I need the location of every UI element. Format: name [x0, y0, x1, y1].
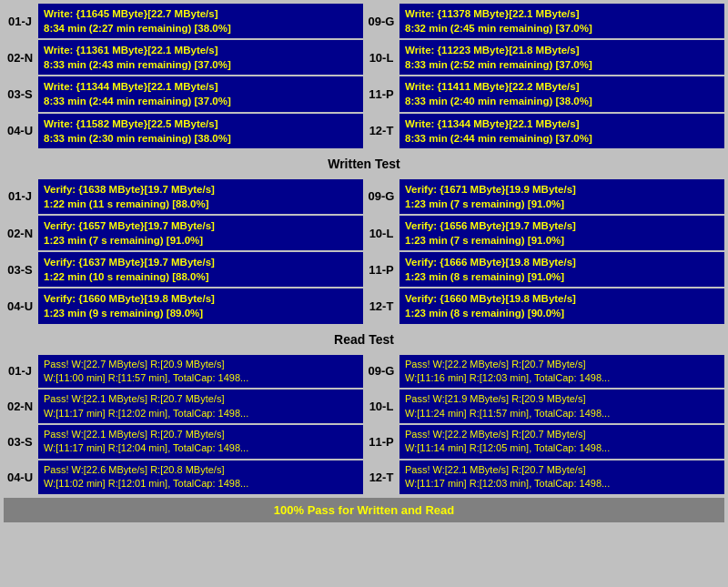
device-id-12t-read: 12-T — [365, 460, 398, 494]
device-id-01j-write: 01-J — [4, 4, 36, 38]
table-row: 02-N Write: {11361 MByte}[22.1 MByte/s] … — [4, 40, 363, 75]
read-grid: 01-J Pass! W:[22.7 MByte/s] R:[20.9 MByt… — [4, 355, 724, 494]
verify-line2-09g: 1:23 min (7 s remaining) [91.0%] — [405, 197, 719, 211]
device-info-02n-write: Write: {11361 MByte}[22.1 MByte/s] 8:33 … — [38, 40, 363, 75]
write-line1-02n: Write: {11361 MByte}[22.1 MByte/s] — [44, 43, 358, 57]
verify-line1-01j: Verify: {1638 MByte}[19.7 MByte/s] — [44, 182, 358, 197]
device-id-09g-verify: 09-G — [365, 179, 398, 214]
table-row: 11-P Write: {11411 MByte}[22.2 MByte/s] … — [365, 76, 724, 111]
read-line1-11p: Pass! W:[22.2 MByte/s] R:[20.7 MByte/s] — [405, 428, 719, 441]
verify-section: 01-J Verify: {1638 MByte}[19.7 MByte/s] … — [4, 179, 724, 324]
read-line1-02n: Pass! W:[22.1 MByte/s] R:[20.7 MByte/s] — [44, 392, 358, 406]
device-info-01j-verify: Verify: {1638 MByte}[19.7 MByte/s] 1:22 … — [38, 179, 363, 214]
verify-line2-01j: 1:22 min (11 s remaining) [88.0%] — [44, 197, 358, 211]
device-id-04u-write: 04-U — [4, 114, 36, 148]
write-section: 01-J Write: {11645 MByte}[22.7 MByte/s] … — [4, 4, 724, 148]
table-row: 03-S Pass! W:[22.1 MByte/s] R:[20.7 MByt… — [4, 425, 363, 459]
table-row: 03-S Verify: {1637 MByte}[19.7 MByte/s] … — [4, 252, 363, 287]
read-line1-10l: Pass! W:[21.9 MByte/s] R:[20.9 MByte/s] — [405, 392, 719, 406]
verify-right: 09-G Verify: {1671 MByte}[19.9 MByte/s] … — [365, 179, 724, 324]
table-row: 04-U Write: {11582 MByte}[22.5 MByte/s] … — [4, 114, 363, 148]
write-line2-02n: 8:33 min (2:43 min remaining) [37.0%] — [44, 57, 358, 72]
write-line1-03s: Write: {11344 MByte}[22.1 MByte/s] — [44, 79, 358, 94]
device-info-03s-verify: Verify: {1637 MByte}[19.7 MByte/s] 1:22 … — [38, 252, 363, 287]
table-row: 01-J Pass! W:[22.7 MByte/s] R:[20.9 MByt… — [4, 355, 363, 389]
device-info-02n-verify: Verify: {1657 MByte}[19.7 MByte/s] 1:23 … — [38, 216, 363, 250]
verify-line2-02n: 1:23 min (7 s remaining) [91.0%] — [44, 233, 358, 248]
device-id-11p-verify: 11-P — [365, 252, 398, 287]
device-info-04u-write: Write: {11582 MByte}[22.5 MByte/s] 8:33 … — [38, 114, 363, 148]
table-row: 01-J Write: {11645 MByte}[22.7 MByte/s] … — [4, 4, 363, 38]
verify-line1-02n: Verify: {1657 MByte}[19.7 MByte/s] — [44, 218, 358, 233]
write-line2-11p: 8:33 min (2:40 min remaining) [38.0%] — [405, 94, 719, 108]
read-section: 01-J Pass! W:[22.7 MByte/s] R:[20.9 MByt… — [4, 355, 724, 494]
device-id-12t-write: 12-T — [365, 114, 398, 148]
device-id-03s-write: 03-S — [4, 76, 36, 111]
read-line2-10l: W:[11:24 min] R:[11:57 min], TotalCap: 1… — [405, 407, 719, 420]
device-info-10l-read: Pass! W:[21.9 MByte/s] R:[20.9 MByte/s] … — [399, 390, 724, 423]
device-info-11p-write: Write: {11411 MByte}[22.2 MByte/s] 8:33 … — [399, 76, 724, 111]
table-row: 10-L Pass! W:[21.9 MByte/s] R:[20.9 MByt… — [365, 390, 724, 423]
read-line1-09g: Pass! W:[22.2 MByte/s] R:[20.7 MByte/s] — [405, 358, 719, 371]
device-id-02n-write: 02-N — [4, 40, 36, 75]
device-info-11p-verify: Verify: {1666 MByte}[19.8 MByte/s] 1:23 … — [399, 252, 724, 287]
footer-status: 100% Pass for Written and Read — [4, 498, 724, 522]
read-line2-12t: W:[11:17 min] R:[12:03 min], TotalCap: 1… — [405, 477, 719, 491]
write-grid: 01-J Write: {11645 MByte}[22.7 MByte/s] … — [4, 4, 724, 148]
write-right: 09-G Write: {11378 MByte}[22.1 MByte/s] … — [365, 4, 724, 148]
table-row: 04-U Verify: {1660 MByte}[19.8 MByte/s] … — [4, 288, 363, 323]
device-info-10l-write: Write: {11223 MByte}[21.8 MByte/s] 8:33 … — [399, 40, 724, 75]
device-id-09g-write: 09-G — [365, 4, 398, 38]
write-line2-01j: 8:34 min (2:27 min remaining) [38.0%] — [44, 21, 358, 35]
table-row: 09-G Pass! W:[22.2 MByte/s] R:[20.7 MByt… — [365, 355, 724, 389]
write-left: 01-J Write: {11645 MByte}[22.7 MByte/s] … — [4, 4, 363, 148]
read-line2-11p: W:[11:14 min] R:[12:05 min], TotalCap: 1… — [405, 441, 719, 455]
table-row: 10-L Verify: {1656 MByte}[19.7 MByte/s] … — [365, 216, 724, 250]
table-row: 09-G Write: {11378 MByte}[22.1 MByte/s] … — [365, 4, 724, 38]
read-right: 09-G Pass! W:[22.2 MByte/s] R:[20.7 MByt… — [365, 355, 724, 494]
verify-line1-11p: Verify: {1666 MByte}[19.8 MByte/s] — [405, 255, 719, 269]
write-line2-03s: 8:33 min (2:44 min remaining) [37.0%] — [44, 94, 358, 108]
write-line1-10l: Write: {11223 MByte}[21.8 MByte/s] — [405, 43, 719, 57]
device-info-01j-write: Write: {11645 MByte}[22.7 MByte/s] 8:34 … — [38, 4, 363, 38]
write-line2-12t: 8:33 min (2:44 min remaining) [37.0%] — [405, 131, 719, 146]
table-row: 02-N Pass! W:[22.1 MByte/s] R:[20.7 MByt… — [4, 390, 363, 423]
device-id-12t-verify: 12-T — [365, 288, 398, 323]
device-info-12t-write: Write: {11344 MByte}[22.1 MByte/s] 8:33 … — [399, 114, 724, 148]
device-id-03s-read: 03-S — [4, 425, 36, 459]
verify-grid: 01-J Verify: {1638 MByte}[19.7 MByte/s] … — [4, 179, 724, 324]
table-row: 01-J Verify: {1638 MByte}[19.7 MByte/s] … — [4, 179, 363, 214]
read-line2-03s: W:[11:17 min] R:[12:04 min], TotalCap: 1… — [44, 441, 358, 455]
device-info-11p-read: Pass! W:[22.2 MByte/s] R:[20.7 MByte/s] … — [399, 425, 724, 459]
write-line1-09g: Write: {11378 MByte}[22.1 MByte/s] — [405, 6, 719, 21]
read-test-header: Read Test — [4, 328, 724, 351]
table-row: 03-S Write: {11344 MByte}[22.1 MByte/s] … — [4, 76, 363, 111]
write-line1-11p: Write: {11411 MByte}[22.2 MByte/s] — [405, 79, 719, 94]
verify-line2-03s: 1:22 min (10 s remaining) [88.0%] — [44, 269, 358, 284]
device-info-03s-read: Pass! W:[22.1 MByte/s] R:[20.7 MByte/s] … — [38, 425, 363, 459]
device-id-09g-read: 09-G — [365, 355, 398, 389]
verify-line1-03s: Verify: {1637 MByte}[19.7 MByte/s] — [44, 255, 358, 269]
verify-line1-10l: Verify: {1656 MByte}[19.7 MByte/s] — [405, 218, 719, 233]
device-id-01j-read: 01-J — [4, 355, 36, 389]
device-info-09g-read: Pass! W:[22.2 MByte/s] R:[20.7 MByte/s] … — [399, 355, 724, 389]
write-line2-04u: 8:33 min (2:30 min remaining) [38.0%] — [44, 131, 358, 146]
write-line1-01j: Write: {11645 MByte}[22.7 MByte/s] — [44, 6, 358, 21]
main-container: 01-J Write: {11645 MByte}[22.7 MByte/s] … — [0, 0, 728, 526]
device-info-02n-read: Pass! W:[22.1 MByte/s] R:[20.7 MByte/s] … — [38, 390, 363, 423]
read-line1-04u: Pass! W:[22.6 MByte/s] R:[20.8 MByte/s] — [44, 463, 358, 477]
device-info-03s-write: Write: {11344 MByte}[22.1 MByte/s] 8:33 … — [38, 76, 363, 111]
table-row: 11-P Verify: {1666 MByte}[19.8 MByte/s] … — [365, 252, 724, 287]
table-row: 02-N Verify: {1657 MByte}[19.7 MByte/s] … — [4, 216, 363, 250]
verify-left: 01-J Verify: {1638 MByte}[19.7 MByte/s] … — [4, 179, 363, 324]
write-line1-04u: Write: {11582 MByte}[22.5 MByte/s] — [44, 116, 358, 131]
verify-line2-11p: 1:23 min (8 s remaining) [91.0%] — [405, 269, 719, 284]
device-info-04u-read: Pass! W:[22.6 MByte/s] R:[20.8 MByte/s] … — [38, 460, 363, 494]
device-info-09g-verify: Verify: {1671 MByte}[19.9 MByte/s] 1:23 … — [399, 179, 724, 214]
device-id-10l-write: 10-L — [365, 40, 398, 75]
device-info-12t-verify: Verify: {1660 MByte}[19.8 MByte/s] 1:23 … — [399, 288, 724, 323]
read-line2-01j: W:[11:00 min] R:[11:57 min], TotalCap: 1… — [44, 371, 358, 385]
device-id-11p-read: 11-P — [365, 425, 398, 459]
verify-line1-09g: Verify: {1671 MByte}[19.9 MByte/s] — [405, 182, 719, 197]
verify-line2-10l: 1:23 min (7 s remaining) [91.0%] — [405, 233, 719, 248]
